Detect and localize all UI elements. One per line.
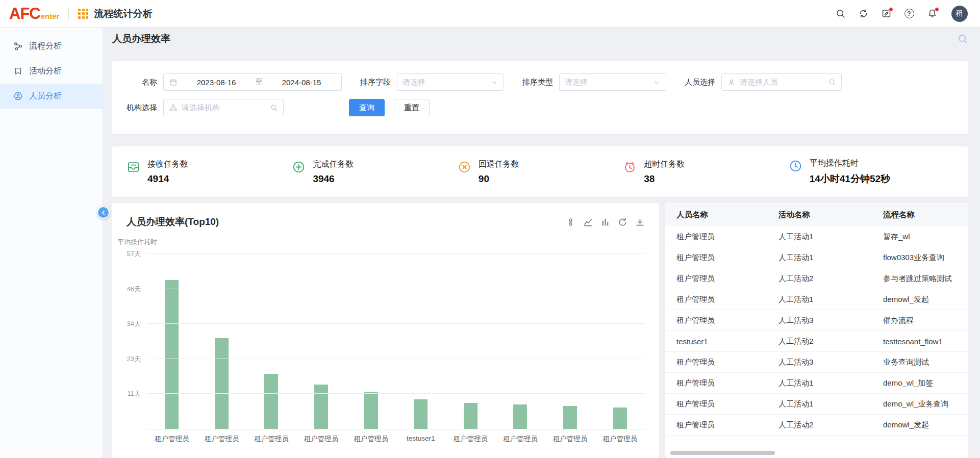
table-cell: 租户管理员 [676, 316, 778, 325]
header-actions: ? 租 [835, 6, 968, 22]
org-select-input[interactable]: 请选择机构 [163, 99, 284, 116]
stat-label: 完成任务数 [313, 159, 354, 170]
logo-text-enter: enter [41, 12, 60, 20]
bell-icon[interactable] [926, 8, 938, 19]
table-row[interactable]: testuser1人工活动2testtesnant_flow1 [665, 331, 968, 352]
org-placeholder: 请选择机构 [182, 103, 266, 113]
sort-field-label: 排序字段 [360, 78, 391, 87]
table-cell: demowl_发起 [883, 420, 968, 430]
sidebar-item-process-analysis[interactable]: 流程分析 [0, 34, 103, 59]
table-cell: 人工活动3 [778, 358, 883, 367]
reset-button[interactable]: 重置 [394, 99, 430, 116]
sidebar-item-label: 流程分析 [29, 41, 62, 52]
alarm-clock-icon [623, 160, 637, 174]
person-select-input[interactable]: 请选择人员 [721, 73, 842, 91]
sidebar-item-label: 人员分析 [29, 91, 62, 101]
search-icon[interactable] [835, 8, 846, 19]
table-row[interactable]: 租户管理员人工活动1demowl_发起 [665, 289, 968, 310]
table-row[interactable]: 租户管理员人工活动1flow0303业务查询 [665, 247, 968, 268]
x-category-label: 租户管理员 [595, 435, 645, 444]
table-row[interactable]: 租户管理员人工活动3催办流程 [665, 310, 968, 331]
table-row[interactable]: 租户管理员人工活动1demo_wl_加签 [665, 373, 968, 394]
help-icon[interactable]: ? [903, 8, 915, 19]
filter-panel: 名称 2023-08-16 至 2024-08-15 排序字段 [112, 61, 968, 134]
table-row[interactable]: 租户管理员人工活动2demowl_发起 [665, 415, 968, 436]
stat-item-avg-time: 平均操作耗时 14小时41分钟52秒 [789, 158, 954, 186]
plus-circle-icon [292, 160, 306, 174]
table-row[interactable]: 租户管理员人工活动1暂存_wl [665, 226, 968, 247]
page-search-icon[interactable] [957, 33, 968, 44]
table-row[interactable]: 租户管理员人工活动1demo_wl_业务查询 [665, 394, 968, 415]
date-end-value[interactable]: 2024-08-15 [267, 78, 336, 87]
sort-type-value: 请选择 [565, 78, 649, 87]
bar-slot [197, 338, 247, 429]
table-row[interactable]: 租户管理员人工活动3业务查询测试 [665, 352, 968, 373]
y-tick-label: 57天 [127, 249, 141, 259]
apps-grid-icon[interactable] [78, 9, 88, 19]
table-row[interactable]: 租户管理员人工活动2参与者跳过策略测试 [665, 268, 968, 289]
table-cell: 人工活动1 [778, 378, 883, 388]
table-cell: 租户管理员 [676, 399, 778, 409]
sidebar-item-label: 活动分析 [29, 66, 62, 77]
download-icon[interactable] [635, 217, 645, 227]
app-title: 流程统计分析 [94, 7, 152, 20]
y-axis-name: 平均操作耗时 [117, 238, 157, 247]
restore-icon[interactable] [617, 217, 627, 227]
bar[interactable] [513, 404, 527, 429]
bar[interactable] [165, 280, 179, 429]
afc-logo[interactable]: AFC enter [9, 5, 59, 23]
chart-bars [147, 254, 645, 429]
table-cell: 租户管理员 [676, 295, 778, 304]
sidebar-item-person-analysis[interactable]: 人员分析 [0, 84, 103, 109]
bar[interactable] [464, 403, 478, 429]
table-cell: 租户管理员 [676, 378, 778, 388]
bar-chart-icon[interactable] [600, 217, 610, 227]
bar[interactable] [264, 374, 278, 429]
bar-slot [346, 392, 396, 429]
table-cell: 人工活动1 [778, 253, 883, 263]
sort-field-select[interactable]: 请选择 [397, 73, 504, 91]
line-chart-icon[interactable] [583, 217, 593, 227]
stat-value: 38 [644, 173, 685, 185]
sync-icon[interactable] [858, 8, 869, 19]
y-tick-label: 46天 [127, 285, 141, 294]
efficiency-chart-card: 人员办理效率(Top10) [112, 203, 659, 458]
chart-plot: 平均操作耗时 11天23天34天46天57天 [147, 254, 645, 429]
table-cell: 业务查询测试 [883, 358, 968, 367]
stat-label: 接收任务数 [147, 159, 188, 170]
y-tick-label: 34天 [127, 319, 141, 328]
sort-type-label: 排序类型 [522, 78, 553, 87]
sidebar-collapse-button[interactable] [97, 206, 110, 219]
bar[interactable] [414, 399, 428, 429]
table-column-header: 活动名称 [778, 210, 883, 220]
bar[interactable] [364, 392, 378, 429]
date-range-picker[interactable]: 2023-08-16 至 2024-08-15 [163, 73, 342, 91]
logo-text-afc: AFC [9, 5, 40, 23]
horizontal-scrollbar[interactable] [670, 451, 963, 455]
bar[interactable] [613, 408, 627, 429]
sidebar-item-activity-analysis[interactable]: 活动分析 [0, 59, 103, 84]
search-icon [828, 78, 836, 86]
bar[interactable] [314, 385, 328, 429]
gridline: 34天 [147, 323, 645, 324]
stat-label: 平均操作耗时 [810, 158, 890, 169]
edit-note-icon[interactable] [881, 8, 892, 19]
avatar[interactable]: 租 [951, 6, 968, 22]
bar[interactable] [215, 338, 229, 429]
bar-slot [296, 385, 346, 429]
x-category-label: 租户管理员 [446, 435, 496, 444]
bar[interactable] [563, 406, 577, 429]
stat-item-completed: 完成任务数 3946 [292, 159, 457, 185]
stat-label: 回退任务数 [479, 159, 519, 170]
table-cell: testuser1 [676, 337, 778, 346]
query-button[interactable]: 查询 [349, 99, 385, 116]
chart-toolbox [565, 217, 645, 227]
stack-toggle-icon[interactable] [565, 217, 575, 227]
sort-type-select[interactable]: 请选择 [559, 73, 666, 91]
date-start-value[interactable]: 2023-08-16 [182, 78, 251, 87]
person-icon [727, 78, 736, 87]
flow-analysis-icon [13, 41, 23, 51]
bar-slot [545, 406, 595, 429]
bar-slot [495, 404, 545, 429]
scrollbar-thumb[interactable] [670, 451, 775, 455]
